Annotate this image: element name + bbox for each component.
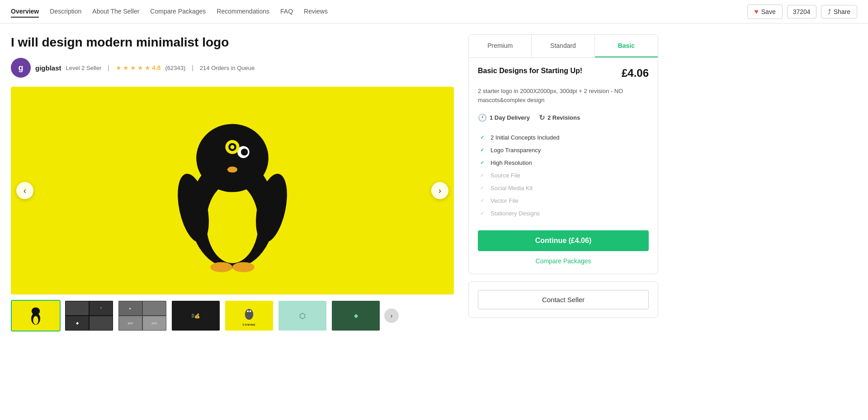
star-1: ★ <box>116 64 122 71</box>
save-button[interactable]: ♥ Save <box>747 5 782 19</box>
thumbnail-3[interactable]: ▶ EDIT ABST <box>118 300 167 331</box>
package-panel: Premium Standard Basic Basic Designs for… <box>468 34 658 274</box>
package-body: Basic Designs for Starting Up! £4.06 2 s… <box>469 58 658 274</box>
share-button[interactable]: ⤴ Share <box>821 5 857 19</box>
avatar: g <box>11 58 31 78</box>
delivery-meta: 🕐 1 Day Delivery <box>478 113 530 122</box>
revisions-meta: ↻ 2 Revisions <box>539 113 580 122</box>
seller-name[interactable]: gigblast <box>35 64 61 72</box>
feature-7: ✓ Stationery Designs <box>478 207 649 219</box>
star-2: ★ <box>123 64 129 71</box>
review-count: (62343) <box>165 65 185 71</box>
right-panel: Premium Standard Basic Basic Designs for… <box>468 34 658 331</box>
feature-2: ✓ Logo Transparency <box>478 144 649 156</box>
feature-label-7: Stationery Designs <box>491 210 540 217</box>
main-content: I will design modern minimalist logo g g… <box>0 23 669 331</box>
nav-about-seller[interactable]: About The Seller <box>92 6 139 18</box>
thumbnails-next-button[interactable]: › <box>384 308 399 323</box>
star-4: ★ <box>137 64 143 71</box>
thumbnail-5[interactable]: CANINE <box>224 300 274 331</box>
thumbnail-7[interactable]: ◆ <box>331 300 381 331</box>
check-icon-5: ✓ <box>478 184 486 192</box>
contact-seller-button[interactable]: Contact Seller <box>478 290 649 309</box>
prev-button[interactable]: ‹ <box>16 182 33 199</box>
feature-6: ✓ Vector File <box>478 194 649 207</box>
feature-label-6: Vector File <box>491 197 518 204</box>
orders-queue: 214 Orders in Queue <box>200 65 255 71</box>
star-3: ★ <box>130 64 136 71</box>
package-price: £4.06 <box>622 67 649 79</box>
feature-label-2: Logo Transparency <box>491 147 541 154</box>
svg-text:g: g <box>19 63 24 72</box>
nav-reviews[interactable]: Reviews <box>304 6 328 18</box>
share-icon: ⤴ <box>828 8 831 15</box>
features-list: ✓ 2 Initial Concepts Included ✓ Logo Tra… <box>478 131 649 219</box>
svg-point-4 <box>196 124 269 192</box>
heart-icon: ♥ <box>754 8 759 16</box>
svg-point-6 <box>241 149 248 156</box>
svg-point-3 <box>206 183 258 263</box>
gig-title: I will design modern minimalist logo <box>11 34 454 51</box>
feature-5: ✓ Social Media Kit <box>478 182 649 194</box>
check-icon-1: ✓ <box>478 133 486 141</box>
svg-point-10 <box>210 262 232 272</box>
check-icon-3: ✓ <box>478 159 486 167</box>
package-tabs: Premium Standard Basic <box>469 35 658 58</box>
next-button[interactable]: › <box>431 182 448 199</box>
seller-info: g gigblast Level 2 Seller | ★ ★ ★ ★ ★ 4.… <box>11 58 454 78</box>
compare-packages-link[interactable]: Compare Packages <box>478 257 649 265</box>
feature-label-3: High Resolution <box>491 159 532 166</box>
tab-basic[interactable]: Basic <box>595 35 658 57</box>
nav-compare-packages[interactable]: Compare Packages <box>150 6 206 18</box>
feature-label-5: Social Media Kit <box>491 185 533 191</box>
tab-premium[interactable]: Premium <box>469 35 532 57</box>
image-slider: ‹ <box>11 87 454 294</box>
revisions-label: 2 Revisions <box>547 114 580 121</box>
refresh-icon: ↻ <box>539 113 545 122</box>
feature-1: ✓ 2 Initial Concepts Included <box>478 131 649 144</box>
seller-level: Level 2 Seller <box>66 65 102 71</box>
svg-point-11 <box>232 262 255 272</box>
divider: | <box>108 64 109 71</box>
thumbnails: ? ◆ ▶ EDIT ABST D💰 <box>11 300 454 331</box>
svg-point-7 <box>227 167 237 173</box>
nav-description[interactable]: Description <box>50 6 81 18</box>
feature-label-4: Source File <box>491 172 520 179</box>
svg-point-14 <box>231 145 235 149</box>
save-count: 37204 <box>787 5 816 19</box>
star-5: ★ <box>145 64 151 71</box>
thumbnail-2[interactable]: ? ◆ <box>64 300 114 331</box>
check-icon-7: ✓ <box>478 209 486 217</box>
nav-recommendations[interactable]: Recommendations <box>217 6 269 18</box>
feature-3: ✓ High Resolution <box>478 156 649 169</box>
package-header: Basic Designs for Starting Up! £4.06 <box>478 67 649 79</box>
feature-label-1: 2 Initial Concepts Included <box>491 134 559 141</box>
star-rating: ★ ★ ★ ★ ★ 4.8 <box>116 64 160 71</box>
top-navigation: Overview Description About The Seller Co… <box>0 0 868 23</box>
svg-point-22 <box>250 311 251 313</box>
package-description: 2 starter logo in 2000X2000px, 300dpi + … <box>478 87 649 104</box>
nav-faq[interactable]: FAQ <box>280 6 293 18</box>
thumbnail-4[interactable]: D💰 <box>171 300 221 331</box>
nav-actions: ♥ Save 37204 ⤴ Share <box>747 5 857 19</box>
clock-icon: 🕐 <box>478 113 487 122</box>
divider2: | <box>192 64 193 71</box>
package-name: Basic Designs for Starting Up! <box>478 67 582 75</box>
thumbnail-1[interactable] <box>11 300 61 331</box>
package-meta: 🕐 1 Day Delivery ↻ 2 Revisions <box>478 113 649 122</box>
rating-value: 4.8 <box>152 64 160 71</box>
feature-4: ✓ Source File <box>478 169 649 182</box>
nav-overview[interactable]: Overview <box>11 6 39 18</box>
contact-panel: Contact Seller <box>468 281 658 318</box>
svg-text:CHILLED BEER: CHILLED BEER <box>163 281 302 284</box>
check-icon-2: ✓ <box>478 146 486 154</box>
share-label: Share <box>834 8 850 15</box>
left-panel: I will design modern minimalist logo g g… <box>11 34 454 331</box>
svg-point-18 <box>32 308 40 315</box>
save-label: Save <box>761 8 776 15</box>
continue-button[interactable]: Continue (£4.06) <box>478 230 649 251</box>
svg-point-17 <box>33 316 38 324</box>
tab-standard[interactable]: Standard <box>532 35 594 57</box>
check-icon-4: ✓ <box>478 171 486 179</box>
thumbnail-6[interactable]: ⬡ <box>278 300 327 331</box>
